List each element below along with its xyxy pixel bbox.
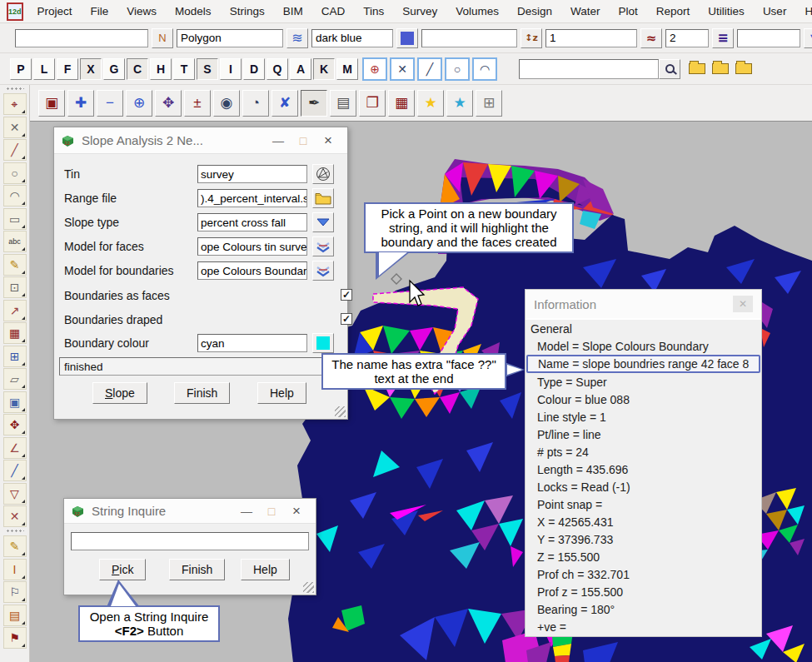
boundaries-as-faces-checkbox[interactable]: ✓ bbox=[341, 289, 352, 301]
tool-letter-Q[interactable]: Q bbox=[267, 58, 288, 80]
layers-icon[interactable]: ≋ bbox=[286, 28, 308, 48]
menu-water[interactable]: Water bbox=[561, 5, 610, 17]
attribute-input-3[interactable] bbox=[421, 29, 517, 47]
close-icon[interactable]: × bbox=[316, 132, 341, 149]
name-icon[interactable]: N bbox=[152, 28, 173, 48]
point-snap-icon[interactable]: ⊕ bbox=[362, 57, 387, 81]
tool-letter-K[interactable]: K bbox=[313, 58, 335, 80]
range-file-input[interactable]: ).4_percent_interval.srf bbox=[197, 189, 307, 207]
zoom-all-icon[interactable]: ◉ bbox=[213, 90, 240, 117]
dropdown-icon[interactable]: ▼ bbox=[804, 28, 812, 48]
tool-letter-D[interactable]: D bbox=[243, 58, 265, 80]
search-button[interactable] bbox=[659, 59, 680, 79]
dropdown-icon[interactable] bbox=[312, 212, 334, 232]
rectangle-icon[interactable]: ▭ bbox=[3, 208, 27, 230]
menu-user[interactable]: User bbox=[754, 5, 796, 17]
maximize-icon[interactable]: □ bbox=[291, 134, 316, 147]
folder-gears-icon[interactable] bbox=[712, 63, 729, 74]
flag-icon[interactable]: ⚑ bbox=[3, 627, 27, 649]
help-button[interactable]: Help bbox=[241, 559, 290, 580]
attribute-input-6[interactable] bbox=[737, 29, 800, 47]
tinable-icon[interactable]: ≈ bbox=[640, 28, 662, 48]
ramp-points-icon[interactable]: ∠ bbox=[3, 437, 27, 459]
maximize-icon[interactable]: □ bbox=[259, 505, 284, 518]
pencil-sketch-icon[interactable]: ✎ bbox=[3, 535, 27, 557]
folder-clipped-icon[interactable] bbox=[735, 63, 752, 74]
attribute-input-0[interactable] bbox=[15, 29, 148, 47]
table-grid-icon[interactable]: ▦ bbox=[3, 322, 27, 344]
help-button[interactable]: Help bbox=[257, 382, 306, 404]
menu-help[interactable]: Help bbox=[795, 5, 812, 17]
slope-button[interactable]: Slope bbox=[92, 382, 147, 404]
measure-icon[interactable]: ↗ bbox=[3, 300, 27, 321]
pane-window-icon[interactable]: ⊞ bbox=[476, 90, 502, 117]
menu-survey[interactable]: Survey bbox=[393, 5, 446, 17]
circle-snap-icon[interactable]: ○ bbox=[445, 57, 470, 81]
folder-cube-icon[interactable] bbox=[689, 63, 705, 74]
menu-report[interactable]: Report bbox=[647, 5, 700, 17]
finish-button[interactable]: Finish bbox=[174, 382, 230, 404]
minimize-icon[interactable]: — bbox=[266, 134, 291, 147]
line-snap-icon[interactable]: ╱ bbox=[417, 57, 442, 81]
tool-letter-X[interactable]: X bbox=[80, 58, 102, 80]
linestyle-icon[interactable]: ≡ bbox=[712, 28, 734, 48]
tool-letter-A[interactable]: A bbox=[290, 58, 311, 80]
add-view-icon[interactable]: ✚ bbox=[67, 90, 94, 117]
brush-icon[interactable]: ✒ bbox=[301, 90, 327, 117]
tin-icon[interactable] bbox=[312, 164, 334, 184]
menu-project[interactable]: Project bbox=[28, 5, 82, 17]
attribute-input-4[interactable] bbox=[545, 29, 637, 47]
windows-icon[interactable]: ▣ bbox=[38, 90, 65, 117]
menu-volumes[interactable]: Volumes bbox=[446, 5, 508, 17]
menu-views[interactable]: Views bbox=[117, 5, 166, 17]
text-abc-icon[interactable]: abc bbox=[3, 231, 27, 252]
boundary-colour-input[interactable]: cyan bbox=[197, 334, 307, 352]
close-icon[interactable]: ✕ bbox=[733, 296, 753, 312]
delete-points-icon[interactable]: ✕ bbox=[3, 505, 27, 527]
z-order-icon[interactable]: ↕z bbox=[521, 28, 542, 48]
tool-letter-I[interactable]: I bbox=[220, 58, 242, 80]
toolbar-grip[interactable] bbox=[6, 529, 24, 534]
menu-models[interactable]: Models bbox=[166, 5, 221, 17]
attribute-input-2[interactable] bbox=[311, 29, 393, 47]
toolbar-grip[interactable] bbox=[6, 87, 24, 92]
tool-letter-G[interactable]: G bbox=[103, 58, 125, 80]
polygon-icon[interactable]: ▱ bbox=[3, 368, 27, 390]
layers-icon[interactable] bbox=[312, 261, 334, 281]
menu-design[interactable]: Design bbox=[508, 5, 561, 17]
menu-utilities[interactable]: Utilities bbox=[699, 5, 754, 17]
tool-letter-S[interactable]: S bbox=[197, 58, 218, 80]
model-for-faces-input[interactable]: ope Colours tin survey bbox=[197, 237, 307, 256]
zoom-plusminus-icon[interactable]: ± bbox=[184, 90, 211, 117]
boundaries-draped-checkbox[interactable]: ✓ bbox=[341, 313, 352, 325]
tool-letter-P[interactable]: P bbox=[10, 58, 32, 80]
menu-tins[interactable]: Tins bbox=[354, 5, 393, 17]
inquire-input[interactable] bbox=[71, 532, 309, 550]
colour-swatch[interactable] bbox=[396, 28, 418, 48]
information-titlebar[interactable]: Information ✕ bbox=[526, 290, 761, 320]
crosshair-point-icon[interactable]: ⌖ bbox=[3, 93, 27, 115]
copy-pages-icon[interactable]: ❐ bbox=[359, 90, 386, 117]
tool-letter-M[interactable]: M bbox=[336, 58, 358, 80]
resize-grip[interactable] bbox=[335, 406, 346, 417]
finish-button[interactable]: Finish bbox=[169, 559, 225, 580]
line-icon[interactable]: ╱ bbox=[3, 139, 27, 161]
menu-plot[interactable]: Plot bbox=[610, 5, 647, 17]
menu-cad[interactable]: CAD bbox=[312, 5, 355, 17]
slope-type-input[interactable]: percent cross fall bbox=[197, 213, 307, 231]
resize-grip[interactable] bbox=[303, 582, 314, 593]
tool-letter-L[interactable]: L bbox=[33, 58, 55, 80]
pick-button[interactable]: Pick bbox=[99, 559, 146, 580]
draw-points-icon[interactable]: ✎ bbox=[3, 254, 27, 276]
tool-letter-T[interactable]: T bbox=[173, 58, 195, 80]
attribute-input-1[interactable] bbox=[177, 29, 283, 47]
zoom-timed-icon[interactable]: ◔ bbox=[242, 90, 269, 117]
point-square-icon[interactable]: ⊡ bbox=[3, 276, 27, 298]
text-i-icon[interactable]: I bbox=[3, 559, 27, 580]
menu-strings[interactable]: Strings bbox=[221, 5, 274, 17]
close-icon[interactable]: × bbox=[284, 503, 309, 520]
notepad-icon[interactable]: ▤ bbox=[3, 605, 27, 626]
model-for-boundaries-input[interactable]: ope Colours Boundary bbox=[197, 261, 307, 280]
surveyor-icon[interactable]: ⚐ bbox=[3, 581, 27, 603]
star-blue-icon[interactable]: ★ bbox=[446, 90, 473, 117]
